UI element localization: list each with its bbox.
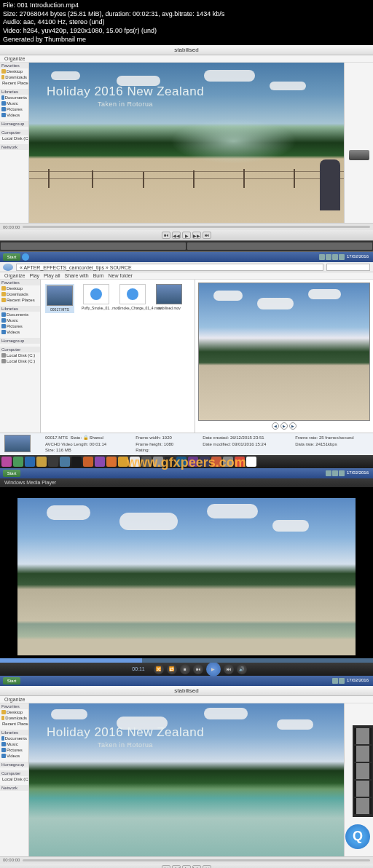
app-icon[interactable] [223, 457, 233, 467]
wmp-viewport[interactable] [0, 487, 373, 658]
side-network[interactable]: Network [0, 785, 28, 791]
menu-newfolder[interactable]: New folder [108, 273, 132, 278]
side-homegroup[interactable]: Homegroup [0, 338, 40, 344]
file-listing[interactable]: 00017.MTS Puffy_Smoke_01...mov Smoke_Cha… [41, 280, 195, 433]
back-button[interactable] [3, 264, 13, 271]
side-desktop[interactable]: Desktop [0, 285, 40, 291]
wmp-repeat-button[interactable]: 🔁 [167, 664, 177, 674]
preview-play-button[interactable]: ▶ [280, 422, 288, 430]
address-path[interactable]: « AFTER_EFFECTS_camcorder_tips » SOURCE [16, 264, 323, 271]
search-box[interactable] [326, 264, 370, 271]
taskbar-clock[interactable]: 17/02/2016 [345, 470, 370, 476]
prev-button[interactable]: ⏮ [162, 232, 170, 239]
wmp-seekbar[interactable] [0, 658, 373, 663]
side-favorites[interactable]: Favorites [0, 63, 28, 68]
tray-icon[interactable] [339, 470, 345, 476]
forward-button[interactable]: ▶▶ [192, 232, 201, 239]
side-documents[interactable]: Documents [0, 95, 28, 100]
side-videos[interactable]: Videos [0, 329, 40, 335]
tray-icon[interactable] [339, 254, 345, 260]
seek-track[interactable] [23, 226, 370, 228]
side-computer[interactable]: Computer [0, 130, 28, 135]
side-music[interactable]: Music [0, 100, 28, 106]
side-videos[interactable]: Videos [0, 112, 28, 118]
tray-icon[interactable] [332, 678, 338, 684]
forward-button[interactable]: ▶▶ [192, 865, 201, 868]
preview-video[interactable] [198, 283, 370, 421]
app-icon[interactable] [60, 457, 70, 467]
tray-icon[interactable] [326, 470, 331, 476]
app-icon[interactable] [71, 457, 82, 467]
app-icon[interactable] [130, 457, 140, 467]
menu-organize[interactable]: Organize [4, 697, 25, 702]
file-item[interactable]: Smoke_Charge_01_4.mov [118, 284, 147, 310]
tray-icon[interactable] [326, 254, 331, 260]
side-downloads[interactable]: Downloads [0, 291, 40, 297]
side-localc[interactable]: Local Disk (C:) [0, 776, 28, 782]
rewind-button[interactable]: ◀◀ [172, 232, 181, 239]
app-icon[interactable] [118, 457, 128, 467]
side-pictures[interactable]: Pictures [0, 747, 28, 753]
photoshop-icon[interactable] [176, 457, 186, 467]
next-button[interactable]: ⏭ [203, 232, 211, 239]
side-recent[interactable]: Recent Places [0, 721, 28, 727]
app-icon[interactable] [95, 457, 105, 467]
side-libraries[interactable]: Libraries [0, 306, 40, 312]
taskbar-clock[interactable]: 17/02/2016 [345, 254, 370, 260]
side-desktop[interactable]: Desktop [0, 68, 28, 74]
app-icon[interactable] [153, 457, 163, 467]
side-pictures[interactable]: Pictures [0, 323, 40, 329]
preview-prev-button[interactable]: ◀ [272, 422, 279, 430]
app-icon[interactable] [165, 457, 175, 467]
side-homegroup[interactable]: Homegroup [0, 762, 28, 768]
premiere-icon[interactable] [200, 457, 210, 467]
app-icon[interactable] [48, 457, 58, 467]
quicktime-logo-icon[interactable]: Q [345, 824, 370, 849]
side-recent[interactable]: Recent Places [0, 80, 28, 86]
side-favorites[interactable]: Favorites [0, 280, 40, 285]
side-documents[interactable]: Documents [0, 312, 40, 317]
tray-icon[interactable] [332, 254, 338, 260]
wmp-play-button[interactable]: ▶ [206, 662, 221, 676]
menu-organize[interactable]: Organize [4, 56, 25, 61]
tray-icon[interactable] [339, 678, 345, 684]
menu-play[interactable]: Play [29, 273, 39, 278]
app-icon[interactable] [1, 457, 12, 467]
app-icon[interactable] [246, 457, 256, 467]
menu-share[interactable]: Share with [65, 273, 89, 278]
side-libraries[interactable]: Libraries [0, 730, 28, 735]
side-videos[interactable]: Videos [0, 753, 28, 759]
app-icon[interactable] [36, 457, 47, 467]
prev-button[interactable]: ⏮ [162, 865, 170, 868]
side-downloads[interactable]: Downloads [0, 74, 28, 80]
seek-track[interactable] [23, 859, 370, 861]
title-bar[interactable]: stabilised [0, 45, 373, 55]
start-button[interactable]: Start [3, 253, 20, 261]
side-computer[interactable]: Computer [0, 347, 40, 352]
side-homegroup[interactable]: Homegroup [0, 121, 28, 127]
side-localc[interactable]: Local Disk (C:) [0, 352, 40, 358]
preview-next-button[interactable]: ▶ [289, 422, 297, 430]
file-item[interactable]: 00017.MTS [45, 284, 74, 313]
menu-organize[interactable]: Organize [4, 273, 25, 278]
rewind-button[interactable]: ◀◀ [172, 865, 181, 868]
timeline-bar[interactable]: 00:00:00 [0, 223, 373, 230]
timeline-bar-4[interactable]: 00:00:00 [0, 856, 373, 864]
quicktime-icon[interactable] [22, 253, 29, 261]
side-music[interactable]: Music [0, 317, 40, 323]
side-locald[interactable]: Local Disk (C:) [0, 358, 40, 364]
title-bar[interactable]: stabilised [0, 686, 373, 696]
video-viewport[interactable]: Holiday 2016 New Zealand Taken in Rotoru… [29, 63, 344, 223]
side-network[interactable]: Network [0, 144, 28, 150]
side-libraries[interactable]: Libraries [0, 89, 28, 95]
app-icon[interactable] [25, 457, 35, 467]
app-icon[interactable] [106, 457, 117, 467]
wmp-mute-button[interactable]: 🔊 [237, 664, 247, 674]
menu-playall[interactable]: Play all [44, 273, 60, 278]
app-icon[interactable] [211, 457, 221, 467]
wmp-prev-button[interactable]: ⏮ [193, 664, 203, 674]
side-music[interactable]: Music [0, 741, 28, 747]
side-localc[interactable]: Local Disk (C:) [0, 135, 28, 141]
file-item[interactable]: Puffy_Smoke_01...mov [82, 284, 111, 310]
side-recent[interactable]: Recent Places [0, 297, 40, 303]
